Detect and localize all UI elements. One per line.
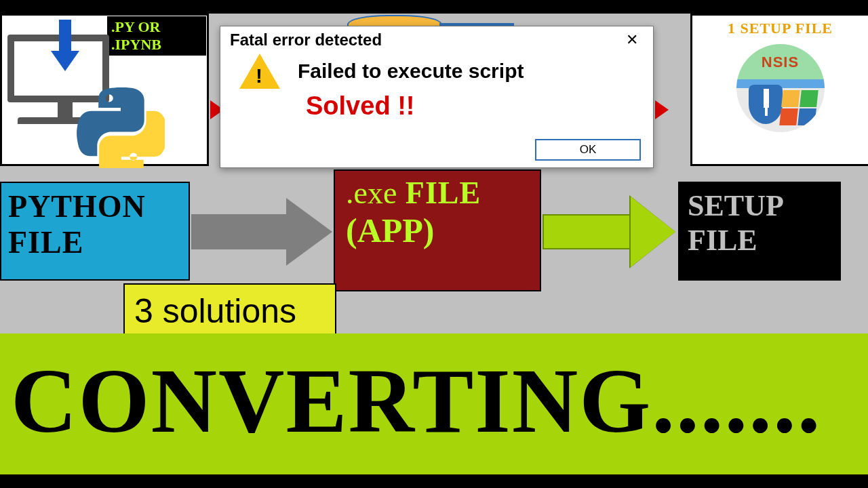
error-dialog: Fatal error detected ✕ Failed to execute…: [220, 26, 654, 168]
python-source-tile: .PY OR .IPYNB: [0, 14, 209, 166]
python-file-line2: FILE: [1, 224, 189, 260]
conversion-flow-row: PYTHON FILE .exe FILE (APP) SETUP FILE: [0, 182, 868, 297]
exe-line1: .exe FILE: [335, 171, 540, 211]
windows-logo-icon: [779, 90, 818, 125]
setup-line2: FILE: [678, 223, 841, 258]
close-button[interactable]: ✕: [616, 30, 648, 51]
download-arrow-icon: [51, 20, 79, 74]
setup-line1: SETUP: [678, 182, 841, 223]
exe-line2: (APP): [335, 211, 540, 250]
converting-text: CONVERTING.......: [0, 333, 868, 469]
warning-icon: [239, 54, 280, 89]
setup-file-tile: 1 SETUP FILE NSIS: [690, 14, 868, 166]
ok-button[interactable]: OK: [535, 139, 641, 161]
shield-icon: [749, 85, 783, 124]
arrow-right-icon: [542, 197, 678, 267]
letterbox-bottom: [0, 474, 868, 488]
python-logo-icon: [77, 87, 165, 168]
converting-band: CONVERTING.......: [0, 333, 868, 474]
nsis-text: NSIS: [736, 54, 825, 71]
letterbox-top: [0, 0, 868, 14]
exe-file-box: .exe FILE (APP): [334, 169, 541, 291]
nsis-logo-icon: NSIS: [736, 44, 825, 132]
flow-arrow-icon: [655, 100, 669, 119]
solved-overlay-text: Solved !!: [306, 92, 653, 121]
dialog-message: Failed to execute script: [298, 60, 524, 83]
setup-file-label: 1 SETUP FILE: [692, 16, 868, 37]
python-file-box: PYTHON FILE: [0, 182, 190, 281]
dialog-title: Fatal error detected: [220, 26, 653, 54]
arrow-right-icon: [191, 198, 334, 266]
python-file-line1: PYTHON: [1, 183, 189, 224]
setup-file-box: SETUP FILE: [678, 182, 841, 281]
